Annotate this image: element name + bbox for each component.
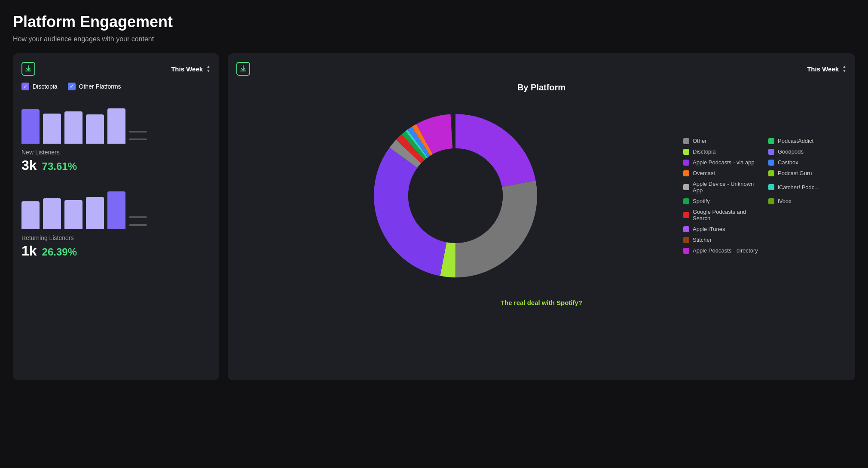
download-icon-left[interactable]	[21, 62, 35, 76]
ret-bar-dash-1	[129, 216, 147, 218]
legend-label-google-podcasts: Google Podcasts and Search	[693, 209, 761, 222]
legend: Other PodcastAddict Disctopia Goodpods	[683, 138, 847, 254]
legend-label-stitcher: Stitcher	[693, 237, 712, 243]
legend-label-castbox: Castbox	[778, 159, 798, 166]
legend-item-icatcher: iCatcher! Podc...	[768, 181, 847, 194]
legend-label-apple-itunes: Apple iTunes	[693, 226, 725, 232]
page-header: Platform Engagement How your audience en…	[13, 13, 855, 43]
returning-listeners-count: 1k	[21, 243, 37, 259]
legend-item-apple-via-app: Apple Podcasts - via app	[683, 159, 761, 166]
legend-color-ivoox	[768, 198, 774, 204]
legend-color-apple-unknown	[683, 184, 689, 190]
legend-label-podcastaddict: PodcastAddict	[778, 138, 813, 144]
legend-label-overcast: Overcast	[693, 170, 715, 176]
legend-label-ivoox: iVoox	[778, 198, 792, 204]
legend-label-icatcher: iCatcher! Podc...	[778, 184, 819, 191]
new-listeners-count: 3k	[21, 157, 37, 173]
ret-bar-5	[107, 191, 125, 229]
bar-3	[64, 111, 83, 144]
legend-item-apple-unknown: Apple Device - Unknown App	[683, 181, 761, 194]
legend-item-overcast: Overcast	[683, 170, 761, 176]
checkbox-other-platforms[interactable]: ✓ Other Platforms	[68, 83, 121, 90]
legend-color-overcast	[683, 170, 689, 176]
returning-listeners-label: Returning Listeners	[21, 234, 211, 241]
legend-item-podcast-guru: Podcast Guru	[768, 170, 847, 176]
checkbox-label-other: Other Platforms	[79, 83, 121, 90]
donut-legend-row: Other PodcastAddict Disctopia Goodpods	[236, 101, 847, 290]
checkbox-box-other: ✓	[68, 83, 76, 90]
legend-label-apple-directory: Apple Podcasts - directory	[693, 247, 758, 254]
checkboxes: ✓ Disctopia ✓ Other Platforms	[21, 83, 211, 90]
legend-color-podcast-guru	[768, 170, 774, 176]
week-selector-left[interactable]: This Week ▲▼	[171, 65, 211, 73]
legend-color-podcastaddict	[768, 138, 774, 144]
new-listeners-value: 3k 73.61%	[21, 157, 211, 173]
donut-hole	[408, 148, 503, 243]
legend-color-disctopia	[683, 149, 689, 155]
legend-color-castbox	[768, 160, 774, 166]
panels-container: This Week ▲▼ ✓ Disctopia ✓ Other Platfor…	[13, 53, 855, 380]
legend-item-empty3	[768, 237, 847, 243]
legend-label-disctopia: Disctopia	[693, 148, 715, 155]
chart-title: By Platform	[236, 83, 847, 92]
checkbox-disctopia[interactable]: ✓ Disctopia	[21, 83, 58, 90]
week-selector-right[interactable]: This Week ▲▼	[807, 65, 847, 73]
ret-bar-3	[64, 200, 83, 229]
legend-label-podcast-guru: Podcast Guru	[778, 170, 812, 176]
new-listeners-pct: 73.61%	[42, 160, 77, 172]
legend-color-other	[683, 138, 689, 144]
right-panel-header: This Week ▲▼	[236, 62, 847, 76]
ret-bar-4	[86, 197, 104, 229]
bar-1	[21, 109, 40, 144]
new-listeners-bars	[21, 101, 211, 144]
legend-item-empty	[768, 209, 847, 222]
legend-label-other: Other	[693, 138, 707, 144]
page-title: Platform Engagement	[13, 13, 855, 31]
legend-color-stitcher	[683, 237, 689, 243]
legend-color-apple-directory	[683, 248, 689, 254]
legend-item-ivoox: iVoox	[768, 198, 847, 204]
week-arrows-right: ▲▼	[842, 65, 847, 73]
panel-footer[interactable]: The real deal with Spotify?	[236, 299, 847, 306]
checkbox-label-disctopia: Disctopia	[33, 83, 58, 90]
legend-label-apple-via-app: Apple Podcasts - via app	[693, 159, 755, 166]
new-listeners-chart: New Listeners 3k 73.61%	[21, 101, 211, 173]
bar-dash-2	[129, 139, 147, 140]
legend-color-apple-via-app	[683, 160, 689, 166]
bar-5	[107, 108, 125, 144]
ret-bar-1	[21, 201, 40, 229]
legend-item-stitcher: Stitcher	[683, 237, 761, 243]
bar-2	[43, 114, 61, 144]
legend-color-google-podcasts	[683, 212, 689, 218]
page-subtitle: How your audience engages with your cont…	[13, 35, 855, 43]
legend-label-spotify: Spotify	[693, 198, 710, 204]
bar-4	[86, 114, 104, 144]
bar-dash-1	[129, 131, 147, 132]
legend-color-spotify	[683, 198, 689, 204]
legend-item-goodpods: Goodpods	[768, 148, 847, 155]
legend-item-disctopia: Disctopia	[683, 148, 761, 155]
legend-item-empty2	[768, 226, 847, 232]
legend-item-spotify: Spotify	[683, 198, 761, 204]
legend-item-podcastaddict: PodcastAddict	[768, 138, 847, 144]
right-panel: This Week ▲▼ By Platform	[228, 53, 855, 380]
legend-label-apple-unknown: Apple Device - Unknown App	[693, 181, 761, 194]
returning-listeners-value: 1k 26.39%	[21, 243, 211, 259]
donut-chart	[361, 101, 550, 290]
returning-listeners-chart: Returning Listeners 1k 26.39%	[21, 186, 211, 259]
legend-item-apple-itunes: Apple iTunes	[683, 226, 761, 232]
legend-item-other: Other	[683, 138, 761, 144]
legend-item-apple-directory: Apple Podcasts - directory	[683, 247, 761, 254]
legend-label-goodpods: Goodpods	[778, 148, 804, 155]
legend-color-apple-itunes	[683, 226, 689, 232]
legend-item-google-podcasts: Google Podcasts and Search	[683, 209, 761, 222]
left-panel: This Week ▲▼ ✓ Disctopia ✓ Other Platfor…	[13, 53, 219, 380]
donut-chart-container	[236, 101, 675, 290]
left-panel-header: This Week ▲▼	[21, 62, 211, 76]
new-listeners-label: New Listeners	[21, 149, 211, 156]
legend-color-icatcher	[768, 184, 774, 190]
legend-item-castbox: Castbox	[768, 159, 847, 166]
download-icon-right[interactable]	[236, 62, 250, 76]
ret-bar-2	[43, 198, 61, 229]
returning-listeners-bars	[21, 186, 211, 229]
